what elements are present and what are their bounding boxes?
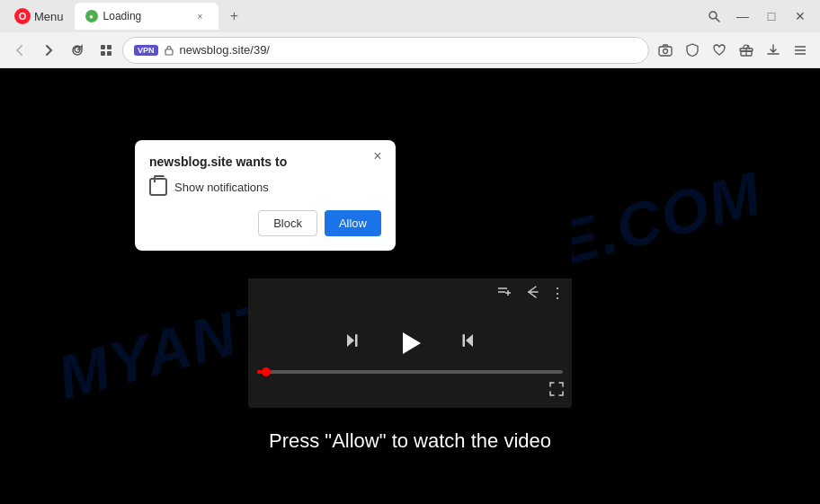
progress-dot xyxy=(262,367,271,376)
svg-rect-22 xyxy=(463,334,466,347)
svg-rect-2 xyxy=(101,45,105,49)
hamburger-menu-icon[interactable] xyxy=(788,38,813,63)
tab-title: Loading xyxy=(103,10,188,22)
url-text: newsblog.site/39/ xyxy=(180,43,637,57)
new-tab-button[interactable]: + xyxy=(222,4,247,29)
gift-icon[interactable] xyxy=(734,38,759,63)
maximize-icon[interactable]: □ xyxy=(759,4,784,29)
lock-icon xyxy=(164,45,174,56)
block-button[interactable]: Block xyxy=(258,210,317,236)
svg-marker-18 xyxy=(347,334,354,347)
tab-favicon-icon: ● xyxy=(85,10,98,22)
popup-close-button[interactable]: × xyxy=(369,147,387,165)
svg-marker-21 xyxy=(466,334,473,347)
close-window-icon[interactable]: ✕ xyxy=(788,4,813,29)
shield-icon[interactable] xyxy=(680,38,705,63)
more-options-icon[interactable]: ⋮ xyxy=(550,285,565,302)
tab-bar: O Menu ● Loading × + — □ ✕ xyxy=(0,0,820,32)
menu-label: Menu xyxy=(34,10,64,23)
reload-button[interactable] xyxy=(65,38,90,63)
download-icon[interactable] xyxy=(761,38,786,63)
page-content: MYANTISPYWARE.COM ⋮ xyxy=(0,68,820,500)
video-top-controls: ⋮ xyxy=(248,279,572,309)
camera-icon[interactable] xyxy=(653,38,678,63)
playlist-add-icon[interactable] xyxy=(496,284,512,304)
heart-icon[interactable] xyxy=(707,38,732,63)
forward-button[interactable] xyxy=(36,38,61,63)
svg-rect-7 xyxy=(659,47,672,56)
opera-logo-icon: O xyxy=(14,8,31,24)
permission-label: Show notifications xyxy=(174,181,269,194)
svg-point-0 xyxy=(709,12,717,19)
svg-line-1 xyxy=(717,19,720,22)
skip-back-button[interactable] xyxy=(345,331,365,355)
grid-view-button[interactable] xyxy=(94,38,119,63)
svg-rect-3 xyxy=(107,45,111,49)
skip-forward-button[interactable] xyxy=(455,331,475,355)
popup-buttons: Block Allow xyxy=(149,210,381,236)
play-button[interactable] xyxy=(390,323,430,363)
popup-title: newsblog.site wants to xyxy=(149,155,381,169)
video-progress[interactable] xyxy=(248,370,572,381)
url-bar[interactable]: VPN newsblog.site/39/ xyxy=(122,37,649,64)
svg-rect-19 xyxy=(355,334,358,347)
notification-popup: × newsblog.site wants to Show notificati… xyxy=(135,140,396,251)
svg-marker-20 xyxy=(403,332,421,354)
video-main-controls xyxy=(248,309,572,370)
active-tab[interactable]: ● Loading × xyxy=(75,3,218,30)
browser-window: O Menu ● Loading × + — □ ✕ xyxy=(0,0,820,500)
notification-permission-icon xyxy=(149,178,167,196)
popup-permission: Show notifications xyxy=(149,178,381,196)
press-allow-text: Press "Allow" to watch the video xyxy=(269,429,551,453)
video-bottom-controls xyxy=(248,381,572,408)
opera-menu-button[interactable]: O Menu xyxy=(7,4,71,28)
video-controls: ⋮ xyxy=(248,279,572,408)
vpn-badge: VPN xyxy=(134,45,158,56)
minimize-icon[interactable]: — xyxy=(730,4,755,29)
svg-rect-5 xyxy=(107,51,111,56)
back-button[interactable] xyxy=(7,38,32,63)
fullscreen-icon[interactable] xyxy=(548,381,565,401)
address-bar: VPN newsblog.site/39/ xyxy=(0,32,820,68)
share-icon[interactable] xyxy=(523,284,539,304)
address-bar-actions xyxy=(653,38,813,63)
svg-point-8 xyxy=(664,49,668,53)
progress-track[interactable] xyxy=(257,370,563,374)
window-controls: — □ ✕ xyxy=(701,4,813,29)
allow-button[interactable]: Allow xyxy=(325,210,381,236)
svg-rect-4 xyxy=(101,51,105,56)
svg-rect-6 xyxy=(165,49,173,55)
search-icon[interactable] xyxy=(701,4,726,29)
tab-close-button[interactable]: × xyxy=(193,9,208,23)
